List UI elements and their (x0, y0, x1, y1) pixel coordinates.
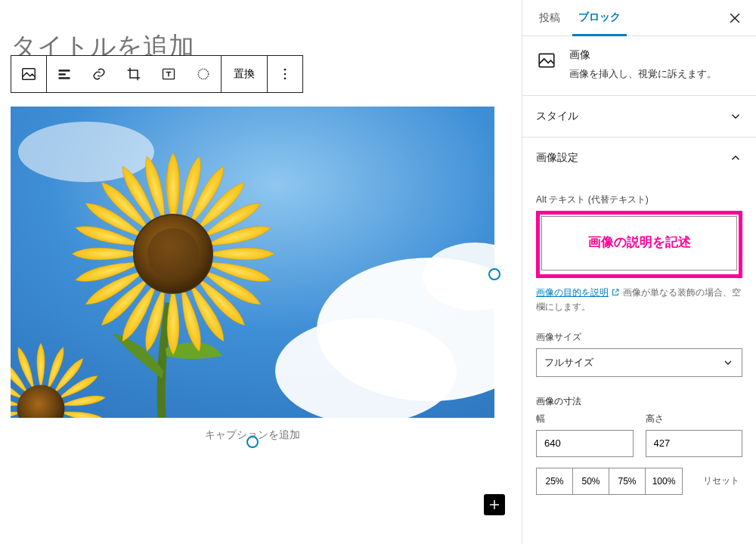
svg-point-5 (198, 69, 208, 79)
svg-rect-1 (59, 70, 70, 72)
block-type-icon[interactable] (11, 56, 46, 92)
height-label: 高さ (646, 413, 743, 425)
sidebar-tabs: 投稿 ブロック (522, 0, 756, 36)
settings-sidebar: 投稿 ブロック 画像 画像を挿入し、視覚に訴えます。 スタイル (522, 0, 756, 544)
height-input[interactable] (646, 430, 743, 457)
svg-point-6 (284, 69, 287, 71)
alt-help-link[interactable]: 画像の目的を説明 (536, 287, 609, 298)
svg-point-7 (284, 73, 287, 76)
reset-dimensions-button[interactable]: リセット (700, 474, 742, 487)
image-content (11, 107, 494, 418)
block-description: 画像を挿入し、視覚に訴えます。 (569, 66, 717, 82)
svg-rect-2 (59, 73, 66, 76)
alt-help-text: 画像の目的を説明 画像が単なる装飾の場合、空欄にします。 (536, 286, 742, 314)
image-size-select[interactable]: フルサイズ (536, 348, 742, 377)
preset-25[interactable]: 25% (537, 468, 573, 494)
width-label: 幅 (536, 413, 634, 425)
editor-canvas: 置換 (0, 0, 522, 544)
duotone-button[interactable] (186, 56, 221, 92)
panel-image-settings-title: 画像設定 (536, 151, 578, 165)
align-button[interactable] (47, 56, 82, 92)
add-block-button[interactable] (484, 494, 505, 515)
dimensions-title: 画像の寸法 (536, 395, 742, 408)
svg-point-16 (147, 228, 199, 280)
link-button[interactable] (82, 56, 116, 92)
alt-text-input[interactable] (541, 216, 737, 270)
preset-100[interactable]: 100% (646, 468, 682, 494)
chevron-up-icon (729, 151, 742, 165)
chevron-down-icon (722, 357, 734, 369)
tab-block[interactable]: ブロック (572, 0, 627, 36)
chevron-down-icon (729, 110, 742, 123)
replace-image-button[interactable]: 置換 (222, 56, 267, 92)
svg-point-13 (18, 122, 154, 182)
text-overlay-button[interactable] (151, 56, 186, 92)
more-options-button[interactable] (268, 56, 302, 92)
block-toolbar: 置換 (11, 55, 303, 93)
close-sidebar-button[interactable] (724, 8, 745, 29)
crop-button[interactable] (116, 56, 151, 92)
svg-point-8 (284, 78, 287, 80)
panel-style-title: スタイル (536, 110, 578, 123)
image-size-selected: フルサイズ (544, 356, 593, 369)
panel-image-settings-toggle[interactable]: 画像設定 (522, 138, 756, 178)
block-name: 画像 (569, 48, 717, 62)
panel-image-settings-body: Alt テキスト (代替テキスト) 画像の目的を説明 画像が単なる装飾の場合、空… (522, 178, 756, 505)
alt-text-label: Alt テキスト (代替テキスト) (536, 193, 742, 206)
preset-50[interactable]: 50% (573, 468, 609, 494)
tab-post[interactable]: 投稿 (533, 0, 566, 36)
alt-text-highlight (536, 211, 742, 278)
image-size-label: 画像サイズ (536, 331, 742, 344)
svg-rect-3 (59, 77, 70, 79)
image-block-icon (534, 48, 559, 73)
size-preset-group: 25% 50% 75% 100% (536, 468, 683, 495)
resize-handle-bottom[interactable] (246, 436, 259, 448)
panel-style-toggle[interactable]: スタイル (522, 96, 756, 138)
resize-handle-right[interactable] (488, 268, 500, 280)
preset-75[interactable]: 75% (609, 468, 646, 494)
image-block[interactable]: キャプションを追加 (11, 107, 494, 442)
width-input[interactable] (536, 430, 634, 457)
external-link-icon (611, 287, 622, 298)
block-card: 画像 画像を挿入し、視覚に訴えます。 (522, 36, 756, 96)
